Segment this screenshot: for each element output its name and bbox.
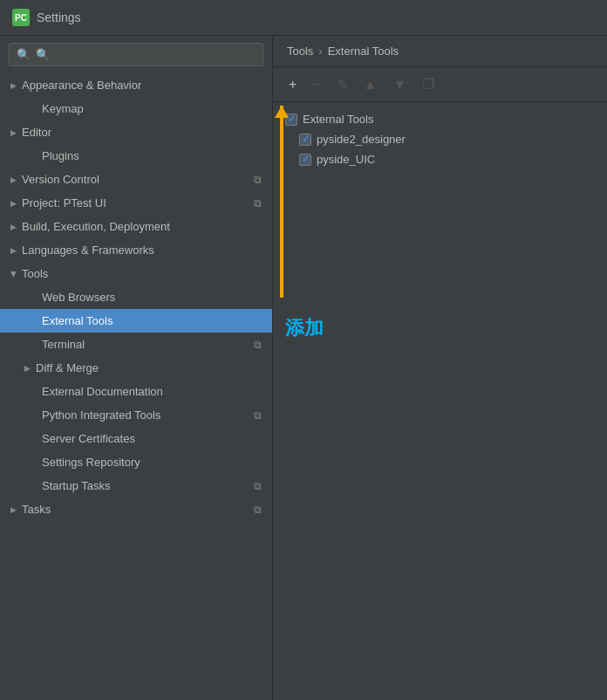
arrow-icon: ▶	[10, 128, 17, 137]
arrow-icon: ▶	[10, 246, 17, 255]
arrow-head	[275, 106, 289, 118]
tree-items: ✓ External Tools ✓ pyside2_designer ✓ py…	[278, 109, 602, 169]
sidebar-item-web-browsers[interactable]: Web Browsers	[0, 285, 272, 309]
arrow-icon: ▶	[10, 223, 17, 231]
edit-button[interactable]: ✎	[330, 72, 355, 96]
search-input[interactable]	[36, 48, 256, 61]
sidebar-item-startup-tasks[interactable]: Startup Tasks ⧉	[0, 474, 272, 498]
label-row: Version Control ⧉	[22, 173, 262, 186]
arrow-icon: ▶	[10, 271, 18, 277]
sidebar-item-external-docs[interactable]: External Documentation	[0, 380, 272, 403]
tree-item-pyside-uic[interactable]: ✓ pyside_UIC	[278, 149, 602, 169]
sidebar-label: Tasks	[22, 503, 51, 516]
add-label: 添加	[285, 315, 324, 341]
check-mark: ✓	[302, 134, 310, 145]
copy-icon: ⧉	[254, 480, 262, 492]
breadcrumb-current: External Tools	[328, 45, 399, 58]
window-title: Settings	[37, 10, 81, 24]
sidebar-label: External Tools	[42, 314, 113, 327]
sidebar-label: Web Browsers	[42, 291, 115, 304]
title-bar: PC Settings	[0, 0, 607, 36]
sidebar-item-languages[interactable]: ▶Languages & Frameworks	[0, 238, 272, 262]
sidebar-item-external-tools[interactable]: External Tools	[0, 309, 272, 333]
tree-item-ext-tools-group[interactable]: ✓ External Tools	[278, 109, 602, 129]
sidebar-item-editor[interactable]: ▶Editor	[0, 120, 272, 144]
sidebar-label: Terminal	[42, 338, 85, 351]
tree-label: pyside2_designer	[317, 133, 406, 146]
add-button[interactable]: +	[282, 73, 304, 96]
sidebar: 🔍 ▶Appearance & BehaviorKeymap▶EditorPlu…	[0, 36, 273, 700]
sidebar-label: Keymap	[42, 102, 84, 115]
label-row: Project: PTest UI ⧉	[22, 196, 262, 209]
copy-button[interactable]: ❐	[415, 72, 441, 96]
check-mark: ✓	[302, 154, 310, 165]
sidebar-label: Plugins	[42, 149, 79, 162]
sidebar-item-appearance[interactable]: ▶Appearance & Behavior	[0, 73, 272, 97]
copy-icon: ⧉	[254, 197, 262, 209]
sidebar-item-diff-merge[interactable]: ▶Diff & Merge	[0, 356, 272, 380]
right-panel: Tools › External Tools + − ✎ ▲ ▼ ❐ ✓ Ext…	[273, 36, 607, 700]
arrow-icon: ▶	[10, 81, 17, 90]
sidebar-item-keymap[interactable]: Keymap	[0, 97, 272, 120]
arrow-icon: ▶	[24, 364, 31, 373]
sidebar-item-tasks[interactable]: ▶ Tasks ⧉	[0, 498, 272, 521]
sidebar-item-version-control[interactable]: ▶ Version Control ⧉	[0, 168, 272, 191]
arrow-icon: ▶	[10, 175, 17, 184]
sidebar-label: Diff & Merge	[36, 361, 99, 374]
sidebar-item-project[interactable]: ▶ Project: PTest UI ⧉	[0, 191, 272, 215]
sidebar-label: Languages & Frameworks	[22, 244, 154, 257]
checkbox-pyside2-designer[interactable]: ✓	[299, 134, 311, 146]
toolbar: + − ✎ ▲ ▼ ❐	[273, 67, 607, 102]
search-icon: 🔍	[17, 48, 31, 61]
sidebar-items: ▶Appearance & BehaviorKeymap▶EditorPlugi…	[0, 73, 272, 521]
sidebar-label: Version Control	[22, 173, 99, 186]
checkbox-pyside-uic[interactable]: ✓	[299, 154, 311, 166]
move-down-button[interactable]: ▼	[386, 73, 414, 96]
breadcrumb-parent: Tools	[287, 45, 313, 58]
sidebar-item-plugins[interactable]: Plugins	[0, 144, 272, 168]
arrow-icon: ▶	[10, 199, 17, 208]
arrow-line	[280, 106, 283, 298]
sidebar-item-server-certs[interactable]: Server Certificates	[0, 427, 272, 450]
copy-icon: ⧉	[254, 174, 262, 186]
main-content: 🔍 ▶Appearance & BehaviorKeymap▶EditorPlu…	[0, 36, 607, 700]
copy-icon: ⧉	[254, 409, 262, 422]
tree-label: pyside_UIC	[317, 153, 375, 166]
sidebar-label: Server Certificates	[42, 432, 135, 445]
sidebar-label: Appearance & Behavior	[22, 79, 141, 92]
sidebar-label: Settings Repository	[42, 456, 140, 469]
label-row: Startup Tasks ⧉	[42, 479, 262, 492]
copy-icon: ⧉	[254, 339, 262, 351]
sidebar-label: Python Integrated Tools	[42, 408, 160, 422]
label-row: Terminal ⧉	[42, 338, 262, 351]
remove-button[interactable]: −	[305, 73, 327, 96]
copy-icon: ⧉	[254, 504, 262, 516]
sidebar-item-tools[interactable]: ▶Tools	[0, 262, 272, 285]
label-row: Tasks ⧉	[22, 503, 262, 516]
sidebar-item-terminal[interactable]: Terminal ⧉	[0, 333, 272, 356]
arrow-icon: ▶	[10, 505, 17, 514]
label-row: Python Integrated Tools ⧉	[42, 408, 262, 422]
breadcrumb-separator: ›	[318, 45, 322, 58]
sidebar-item-python-tools[interactable]: Python Integrated Tools ⧉	[0, 403, 272, 427]
sidebar-label: Tools	[22, 267, 48, 280]
move-up-button[interactable]: ▲	[357, 73, 385, 96]
search-box[interactable]: 🔍	[9, 43, 263, 66]
sidebar-label: Project: PTest UI	[22, 196, 106, 209]
breadcrumb: Tools › External Tools	[273, 36, 607, 67]
tree-area: ✓ External Tools ✓ pyside2_designer ✓ py…	[273, 102, 607, 700]
app-icon: PC	[12, 9, 30, 26]
sidebar-item-build[interactable]: ▶Build, Execution, Deployment	[0, 215, 272, 238]
tree-label: External Tools	[303, 113, 373, 126]
tree-item-pyside2-designer[interactable]: ✓ pyside2_designer	[278, 129, 602, 149]
sidebar-label: Editor	[22, 126, 51, 139]
sidebar-item-settings-repo[interactable]: Settings Repository	[0, 450, 272, 474]
sidebar-label: External Documentation	[42, 385, 163, 398]
sidebar-label: Startup Tasks	[42, 479, 111, 492]
sidebar-label: Build, Execution, Deployment	[22, 220, 170, 233]
